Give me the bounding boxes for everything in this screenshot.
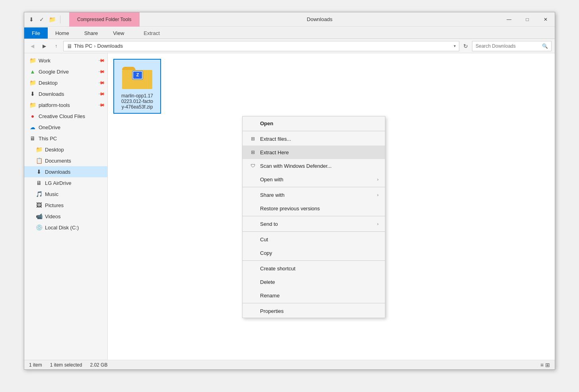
minimize-button[interactable]: — (500, 12, 518, 27)
sidebar-item-pictures[interactable]: 🖼 Pictures (24, 200, 107, 211)
close-button[interactable]: ✕ (536, 12, 555, 27)
sidebar-item-desktop[interactable]: 📁 Desktop 📌 (24, 77, 107, 88)
sidebar: 📁 Work 📌 ▲ Google Drive 📌 📁 Desktop 📌 ⬇ … (24, 53, 108, 360)
ctx-restore-versions[interactable]: Restore previous versions (243, 202, 385, 215)
title-bar: ⬇ ✓ 📁 Compressed Folder Tools Downloads … (24, 12, 555, 27)
tab-file[interactable]: File (24, 27, 48, 39)
pin-icon-work: 📌 (97, 56, 105, 64)
tab-view[interactable]: View (105, 27, 132, 39)
downloads-arrow-icon: ⬇ (29, 90, 36, 97)
creative-cloud-icon: ● (29, 113, 36, 120)
ctx-rename[interactable]: Rename (243, 289, 385, 302)
ctx-divider-5 (243, 260, 385, 261)
ctx-copy[interactable]: Copy (243, 246, 385, 260)
sidebar-item-work[interactable]: 📁 Work 📌 (24, 55, 107, 66)
ribbon-tabs: File Home Share View Extract (24, 27, 555, 39)
sidebar-item-platform-tools[interactable]: 📁 platform-tools 📌 (24, 99, 107, 111)
ctx-send-to-arrow: › (377, 221, 379, 226)
ctx-share-with-icon (249, 191, 257, 199)
ctx-copy-icon (249, 249, 257, 257)
tab-extract[interactable]: Extract (132, 27, 171, 39)
file-area: Z marlin-opp1.170223.012-factoy-476ea53f… (108, 53, 555, 360)
quick-access-icon: ⬇ (27, 16, 35, 23)
this-pc-icon: 🖥 (29, 135, 36, 142)
music-icon: 🎵 (35, 190, 43, 198)
ctx-open-with-icon (249, 175, 257, 183)
ctx-shortcut-icon (249, 264, 257, 272)
sidebar-label-pictures: Pictures (45, 202, 64, 208)
sidebar-label-downloads-sub: Downloads (45, 169, 70, 175)
platform-tools-icon: 📁 (29, 101, 36, 109)
ctx-divider-6 (243, 303, 385, 303)
status-bar: 1 item 1 item selected 2.02 GB ≡ ⊞ (24, 360, 555, 369)
ctx-open-with[interactable]: Open with › (243, 173, 385, 186)
videos-icon: 📹 (35, 213, 43, 220)
ctx-properties[interactable]: Properties (243, 304, 385, 318)
sidebar-item-downloads[interactable]: ⬇ Downloads 📌 (24, 88, 107, 99)
path-pc-icon: 🖥 (67, 43, 72, 49)
sidebar-item-onedrive[interactable]: ☁ OneDrive (24, 122, 107, 133)
sidebar-label-this-pc: This PC (39, 136, 57, 142)
tab-share[interactable]: Share (77, 27, 106, 39)
maximize-button[interactable]: □ (518, 12, 536, 27)
path-this-pc: This PC (74, 43, 92, 49)
ctx-extract-here[interactable]: ⊞ Extract Here (243, 146, 385, 159)
sidebar-label-creative-cloud: Creative Cloud Files (39, 113, 85, 119)
large-icons-view-icon[interactable]: ⊞ (545, 362, 550, 368)
search-input[interactable] (476, 43, 542, 49)
ctx-cut-icon (249, 235, 257, 243)
ctx-open-with-arrow: › (377, 177, 379, 182)
ctx-open[interactable]: Open (243, 116, 385, 130)
ctx-extract-files[interactable]: ⊞ Extract files... (243, 132, 385, 146)
ctx-divider-3 (243, 216, 385, 216)
pin-icon-platform-tools: 📌 (97, 101, 105, 109)
sidebar-item-creative-cloud[interactable]: ● Creative Cloud Files (24, 111, 107, 122)
address-path[interactable]: 🖥 This PC › Downloads ▾ (63, 41, 459, 51)
sidebar-label-platform-tools: platform-tools (39, 102, 70, 108)
sidebar-label-videos: Videos (45, 213, 61, 219)
file-label: marlin-opp1.170223.012-factoy-476ea53f.z… (121, 93, 153, 110)
pin-icon-downloads: 📌 (97, 90, 105, 97)
sidebar-item-music[interactable]: 🎵 Music (24, 188, 107, 200)
ctx-scan-defender[interactable]: 🛡 Scan with Windows Defender... (243, 159, 385, 173)
desktop-sub-icon: 📁 (35, 146, 43, 153)
back-button[interactable]: ◀ (27, 41, 37, 51)
sidebar-item-desktop-sub[interactable]: 📁 Desktop (24, 144, 107, 155)
sidebar-item-downloads-sub[interactable]: ⬇ Downloads (24, 166, 107, 177)
tab-home[interactable]: Home (48, 27, 77, 39)
ctx-create-shortcut[interactable]: Create shortcut (243, 262, 385, 275)
context-menu: Open ⊞ Extract files... ⊞ Extract Here 🛡… (242, 116, 385, 318)
ctx-share-with[interactable]: Share with › (243, 188, 385, 202)
google-drive-icon: ▲ (29, 68, 36, 75)
sidebar-item-local-disk[interactable]: 💿 Local Disk (C:) (24, 222, 107, 233)
sidebar-item-google-drive[interactable]: ▲ Google Drive 📌 (24, 66, 107, 77)
sidebar-item-this-pc[interactable]: 🖥 This PC (24, 133, 107, 144)
refresh-button[interactable]: ↻ (462, 41, 470, 51)
documents-icon: 📋 (35, 157, 43, 164)
file-item-zip[interactable]: Z marlin-opp1.170223.012-factoy-476ea53f… (113, 59, 161, 114)
ctx-cut[interactable]: Cut (243, 233, 385, 246)
pictures-icon: 🖼 (35, 202, 43, 209)
sidebar-label-local-disk: Local Disk (C:) (45, 225, 79, 231)
lg-airdrive-icon: 🖥 (35, 179, 43, 186)
title-bar-icons: ⬇ ✓ 📁 (24, 16, 65, 23)
zip-folder-svg: Z (121, 63, 153, 91)
path-dropdown-arrow[interactable]: ▾ (454, 44, 456, 48)
compressed-folder-tools-label: Compressed Folder Tools (69, 12, 140, 27)
ctx-delete[interactable]: Delete (243, 275, 385, 289)
forward-button[interactable]: ▶ (39, 41, 49, 51)
sidebar-label-desktop-sub: Desktop (45, 147, 64, 153)
sidebar-item-videos[interactable]: 📹 Videos (24, 211, 107, 222)
sidebar-item-documents[interactable]: 📋 Documents (24, 155, 107, 166)
sidebar-item-lg-airdrive[interactable]: 🖥 LG AirDrive (24, 177, 107, 188)
sidebar-label-documents: Documents (45, 158, 71, 164)
ctx-open-icon (249, 119, 257, 127)
ctx-send-to[interactable]: Send to › (243, 217, 385, 231)
ctx-restore-icon (249, 204, 257, 212)
ctx-extract-here-icon: ⊞ (249, 148, 257, 156)
details-view-icon[interactable]: ≡ (540, 362, 544, 368)
up-button[interactable]: ↑ (51, 41, 61, 51)
status-selected: 1 item selected (50, 362, 82, 368)
status-view-icons: ≡ ⊞ (540, 362, 550, 368)
sidebar-label-onedrive: OneDrive (39, 124, 60, 130)
